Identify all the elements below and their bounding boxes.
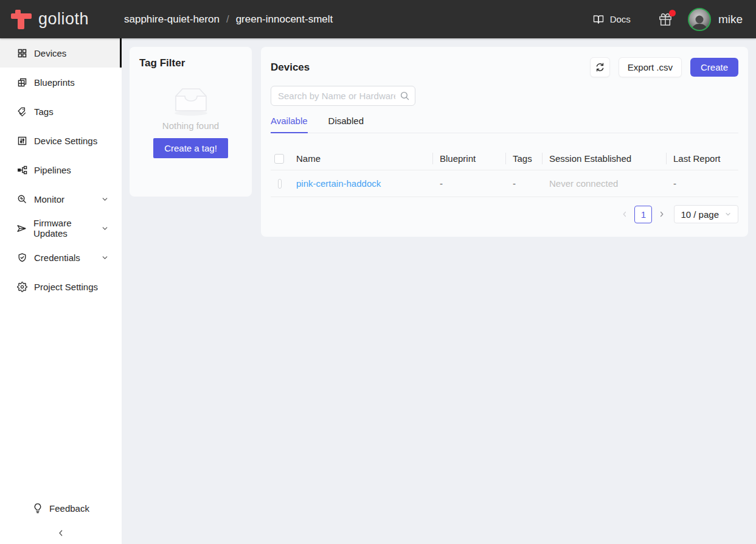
tag-filter-panel: Tag Filter Nothing found Create a tag! <box>130 47 252 197</box>
docs-label: Docs <box>610 14 631 24</box>
sidebar-item-tags[interactable]: Tags <box>0 97 122 126</box>
sidebar-item-label: Device Settings <box>34 136 97 146</box>
cell-blueprint: - <box>432 170 505 197</box>
chevron-left-icon <box>56 528 66 538</box>
page-size-value: 10 / page <box>681 209 719 220</box>
monitor-icon <box>16 194 27 204</box>
chevron-down-icon <box>101 254 109 262</box>
search-input[interactable] <box>271 86 415 106</box>
sidebar-item-pipelines[interactable]: Pipelines <box>0 155 122 184</box>
send-icon <box>16 223 27 234</box>
lightbulb-icon <box>32 503 43 514</box>
sidebar-item-credentials[interactable]: Credentials <box>0 243 122 272</box>
sidebar-item-label: Devices <box>34 48 66 58</box>
sidebar-item-project-settings[interactable]: Project Settings <box>0 272 122 301</box>
gear-icon <box>16 282 27 292</box>
current-page-button[interactable]: 1 <box>634 206 652 223</box>
column-header-last-report: Last Report <box>666 147 738 170</box>
tag-filter-empty-state: Nothing found Create a tag! <box>139 83 242 158</box>
sidebar-item-label: Blueprints <box>34 77 75 88</box>
cell-last-report: - <box>666 170 738 197</box>
docs-link[interactable]: Docs <box>592 14 631 25</box>
chevron-down-icon <box>101 195 109 203</box>
create-device-button[interactable]: Create <box>690 58 738 77</box>
refresh-button[interactable] <box>590 57 610 77</box>
header-right: Docs mike <box>592 8 756 31</box>
sidebar-item-label: Credentials <box>34 253 80 263</box>
notification-dot <box>669 10 676 16</box>
row-checkbox[interactable] <box>278 179 282 189</box>
breadcrumb-project[interactable]: sapphire-quiet-heron <box>124 13 220 26</box>
sidebar-item-devices[interactable]: Devices <box>0 38 122 68</box>
sidebar: Devices Blueprints Tags <box>0 38 122 544</box>
chevron-down-icon <box>101 225 109 232</box>
feedback-label: Feedback <box>49 503 89 514</box>
avatar[interactable] <box>688 8 711 31</box>
create-tag-button[interactable]: Create a tag! <box>153 138 228 158</box>
sidebar-item-label: Pipelines <box>34 165 71 175</box>
row-select-cell <box>271 171 289 197</box>
tab-disabled[interactable]: Disabled <box>328 116 364 133</box>
sliders-icon <box>16 136 27 146</box>
breadcrumb-separator: / <box>226 13 229 26</box>
table-row: pink-certain-haddock - - Never connected… <box>271 170 738 197</box>
tab-available[interactable]: Available <box>271 116 308 133</box>
cell-session-established: Never connected <box>542 170 666 197</box>
user-name[interactable]: mike <box>718 13 743 26</box>
devices-panel: Devices Export .csv Creat <box>261 47 748 237</box>
export-csv-button[interactable]: Export .csv <box>619 57 682 77</box>
sidebar-item-firmware-updates[interactable]: Firmware Updates <box>0 214 122 243</box>
empty-state-text: Nothing found <box>162 120 219 131</box>
empty-box-illustration <box>168 83 214 117</box>
page-size-select[interactable]: 10 / page <box>674 205 738 223</box>
tag-filter-title: Tag Filter <box>139 57 242 69</box>
column-header-blueprint: Blueprint <box>432 147 505 170</box>
golioth-logo-icon <box>10 7 32 32</box>
devices-table: Name Blueprint Tags Session Established … <box>271 147 738 197</box>
logo-text: golioth <box>38 10 89 29</box>
sidebar-collapse-button[interactable] <box>0 528 122 538</box>
previous-page-button[interactable] <box>620 210 629 218</box>
pipeline-icon <box>16 165 27 175</box>
select-all-cell <box>271 148 289 170</box>
pagination: 1 10 / page <box>271 205 738 223</box>
sidebar-item-monitor[interactable]: Monitor <box>0 184 122 214</box>
column-header-name: Name <box>289 147 432 170</box>
device-search <box>271 86 415 106</box>
gift-button[interactable] <box>659 13 672 26</box>
main-content: Tag Filter Nothing found Create a tag! D… <box>122 38 756 544</box>
golioth-logo[interactable]: golioth <box>0 7 122 32</box>
sidebar-item-blueprints[interactable]: Blueprints <box>0 68 122 97</box>
sidebar-item-device-settings[interactable]: Device Settings <box>0 126 122 155</box>
sidebar-item-label: Tags <box>34 106 54 117</box>
cell-tags: - <box>505 170 542 197</box>
breadcrumb: sapphire-quiet-heron / green-innocent-sm… <box>124 13 333 26</box>
table-header-row: Name Blueprint Tags Session Established … <box>271 147 738 170</box>
blueprints-icon <box>16 77 27 88</box>
next-page-button[interactable] <box>657 210 666 218</box>
sidebar-item-label: Monitor <box>34 194 64 204</box>
devices-title: Devices <box>271 61 310 74</box>
shield-check-icon <box>16 253 27 263</box>
select-all-checkbox[interactable] <box>274 154 284 164</box>
sidebar-item-label: Project Settings <box>34 282 98 292</box>
chevron-down-icon <box>724 211 732 218</box>
feedback-button[interactable]: Feedback <box>0 503 122 514</box>
app-header: golioth sapphire-quiet-heron / green-inn… <box>0 0 756 38</box>
column-header-session-established: Session Established <box>542 147 666 170</box>
tag-icon <box>16 106 27 117</box>
book-icon <box>592 14 605 25</box>
sidebar-item-label: Firmware Updates <box>33 218 94 239</box>
grid-icon <box>16 48 27 58</box>
device-name-link[interactable]: pink-certain-haddock <box>296 178 381 189</box>
column-header-tags: Tags <box>505 147 542 170</box>
breadcrumb-app[interactable]: green-innocent-smelt <box>236 13 333 26</box>
refresh-icon <box>595 62 605 72</box>
device-tabs: Available Disabled <box>271 116 738 133</box>
